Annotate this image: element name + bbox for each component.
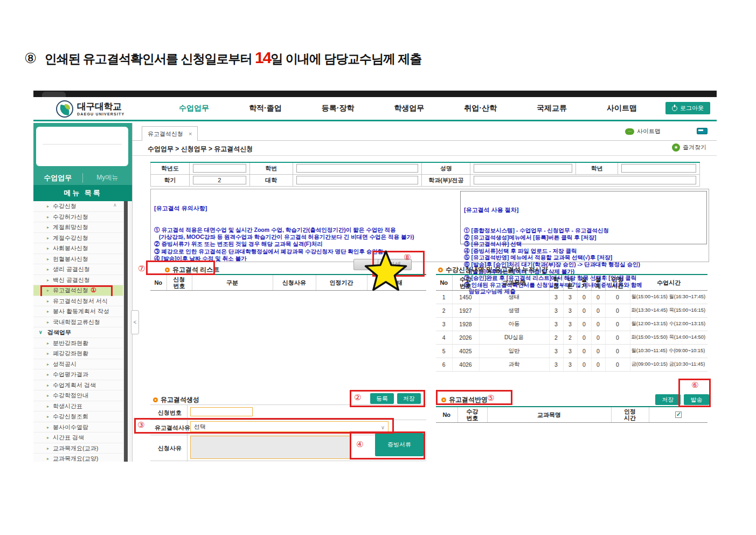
nav-registration-scholarship[interactable]: 등록·장학: [322, 104, 355, 113]
tab-absence-application[interactable]: 유고결석신청 ×: [142, 126, 198, 141]
select-all-checkbox[interactable]: [675, 411, 682, 418]
nav-records-graduation[interactable]: 학적·졸업: [249, 104, 282, 113]
notice-line: ① 유고결석 적용은 대면수업 및 실시간 Zoom 수업, 학습기간(출석인정…: [154, 227, 456, 234]
step-5-badge: ⑤: [487, 393, 494, 403]
star-annotation: [363, 245, 409, 300]
arrow-right-icon: ▸: [47, 275, 49, 286]
student-id-input[interactable]: [296, 164, 419, 173]
year-input[interactable]: [193, 164, 246, 173]
sidebar-item-9[interactable]: ▸유고결석신청서 서식: [33, 296, 123, 307]
section-bullet-icon: [153, 397, 158, 402]
sidebar-item-10[interactable]: ▸봉사 활동계획서 작성: [33, 306, 123, 317]
sidebar-item-18[interactable]: ▸수강학점안내: [33, 390, 123, 401]
annotation-highlight-14: 14: [255, 49, 271, 66]
semester-input[interactable]: 2: [193, 176, 246, 184]
college-input[interactable]: [296, 176, 419, 184]
logout-label: 로그아웃: [680, 104, 704, 112]
nav-class-affairs[interactable]: 수업업무: [179, 104, 209, 113]
scroll-up-icon[interactable]: ∧: [113, 202, 117, 208]
notice-line: ② [유고결석생성]메뉴에서 [등록]버튼 클릭 후 [저장]: [464, 234, 703, 241]
request-no-input[interactable]: [190, 407, 253, 416]
request-no-label: 신청번호: [158, 409, 182, 417]
sidebar-item-6[interactable]: ▸생리 공결신청: [33, 264, 123, 275]
nav-sitemap[interactable]: 사이트맵: [607, 104, 637, 113]
sidebar-item-5[interactable]: ▸헌혈봉사신청: [33, 254, 123, 265]
college-label: 대학: [249, 174, 293, 186]
sidebar-item-16[interactable]: ▸수업평가결과: [33, 369, 123, 380]
year-label: 학년도: [151, 162, 190, 174]
top-annotation: ⑧ 인쇄된 유고결석확인서를 신청일로부터 14일 이내에 담당교수님께 제출: [24, 49, 421, 67]
reason-type-value: 선택: [194, 423, 206, 430]
sidebar-item-20[interactable]: ▸수강신청조회: [33, 411, 123, 422]
sidebar-item-8[interactable]: ▸유고결석신청①: [33, 285, 123, 296]
table-row: 21927생명33000화(13:30~14:45) 목(15:00~16:15…: [436, 304, 708, 317]
send-button[interactable]: 발송: [684, 394, 709, 405]
sidebar-item-12[interactable]: ∨검색업무: [33, 327, 123, 338]
sitemap-link[interactable]: ⋯ 사이트맵: [625, 127, 661, 135]
save-button[interactable]: 저장: [397, 393, 421, 404]
sidebar-scrollbar[interactable]: [124, 201, 128, 462]
nav-career-industry[interactable]: 취업·산학: [464, 104, 497, 113]
reason-type-select[interactable]: 선택 ∨: [190, 421, 389, 432]
menu-label: 헌혈봉사신청: [53, 256, 88, 262]
sidebar-item-0[interactable]: ▸수강신청: [33, 201, 123, 212]
dept-input[interactable]: [474, 176, 696, 184]
menu-label: 수업계획서 검색: [53, 382, 96, 388]
sidebar-item-2[interactable]: ▸계절희망신청: [33, 222, 123, 233]
sidebar-item-21[interactable]: ▸봉사이수열람: [33, 422, 123, 433]
menu-label: 계절수강신청: [53, 235, 88, 241]
sidebar-item-14[interactable]: ▸폐강강좌현황: [33, 348, 123, 359]
menu-label: 봉사이수열람: [53, 424, 88, 430]
sidebar-item-11[interactable]: ▸국내학점교류신청: [33, 317, 123, 328]
attachment-button[interactable]: 증빙서류: [375, 433, 424, 456]
sidebar-item-22[interactable]: ▸시간표 검색: [33, 433, 123, 443]
sidebar-tab-mymenu[interactable]: My메뉴: [83, 173, 133, 182]
login-info-box: [36, 127, 128, 166]
sidebar-item-3[interactable]: ▸계절수강신청: [33, 233, 123, 244]
menu-label: 유고결석신청서 서식: [53, 298, 108, 304]
arrow-right-icon: ▸: [47, 306, 49, 317]
arrow-right-icon: ▸: [47, 296, 49, 307]
menu-label: 수강허가신청: [53, 214, 88, 220]
breadcrumb: 수업업무 > 신청업무 > 유고결석신청: [148, 145, 253, 154]
apply-save-button[interactable]: 저장: [655, 394, 681, 405]
sitemap-icon: ⋯: [625, 128, 634, 135]
menu-label: 교과목개요(교과): [53, 445, 98, 451]
sidebar-item-17[interactable]: ▸수업계획서 검색: [33, 380, 123, 391]
sidebar-tab-class-affairs[interactable]: 수업업무: [33, 173, 83, 183]
window-export-icon[interactable]: [697, 128, 708, 134]
menu-label: 계절희망신청: [53, 224, 88, 230]
sidebar-item-13[interactable]: ▸분반강좌현황: [33, 338, 123, 349]
table-row: 64026과학33000금(09:00~10:15) 금(10:30~11:45…: [436, 358, 708, 371]
sidebar-item-15[interactable]: ▸성적공시: [33, 359, 123, 370]
arrow-right-icon: ▸: [47, 243, 49, 254]
arrow-right-icon: ▸: [47, 285, 49, 296]
student-info-table: 학년도 학번 성명 학년 학기 2 대학 학과(부)/전공: [150, 162, 700, 187]
table-row: 11450생태33000월(15:00~16:15) 월(16:30~17:45…: [436, 290, 708, 304]
nav-student-affairs[interactable]: 학생업무: [394, 104, 424, 113]
sidebar-item-1[interactable]: ▸수강허가신청: [33, 212, 123, 223]
reason-textarea[interactable]: [190, 436, 351, 459]
name-input[interactable]: [474, 164, 572, 173]
menu-label: 사회봉사신청: [53, 245, 88, 251]
close-icon[interactable]: ×: [189, 131, 192, 137]
logout-button[interactable]: 로그아웃: [665, 102, 710, 114]
nav-international[interactable]: 국제교류: [537, 104, 567, 113]
favorite-button[interactable]: ★ 즐겨찾기: [672, 143, 706, 152]
sidebar-collapse-button[interactable]: <: [131, 310, 139, 334]
menu-label: 성적공시: [53, 361, 77, 367]
notice-procedure: [유고결석 사용 절차] ① [종합정보시스템] - 수업업무 - 신청업무 -…: [460, 191, 707, 244]
menu-label: 폐강강좌현황: [53, 350, 88, 356]
sidebar-item-7[interactable]: ▸백신 공결신청: [33, 275, 123, 286]
menu-label: 수강신청조회: [53, 413, 88, 420]
semester-label: 학기: [151, 174, 190, 186]
sidebar-item-4[interactable]: ▸사회봉사신청: [33, 243, 123, 254]
grade-input[interactable]: [621, 164, 696, 173]
sidebar-item-24[interactable]: ▸교과목개요(교양): [33, 454, 123, 462]
sidebar-item-23[interactable]: ▸교과목개요(교과): [33, 443, 123, 454]
notice-procedure-title: [유고결석 사용 절차]: [464, 207, 703, 214]
chevron-down-icon: ∨: [381, 423, 385, 433]
notice-precautions-title: [유고결석 유의사항]: [154, 205, 456, 212]
register-button[interactable]: 등록: [370, 393, 394, 404]
sidebar-item-19[interactable]: ▸학생시간표: [33, 401, 123, 412]
